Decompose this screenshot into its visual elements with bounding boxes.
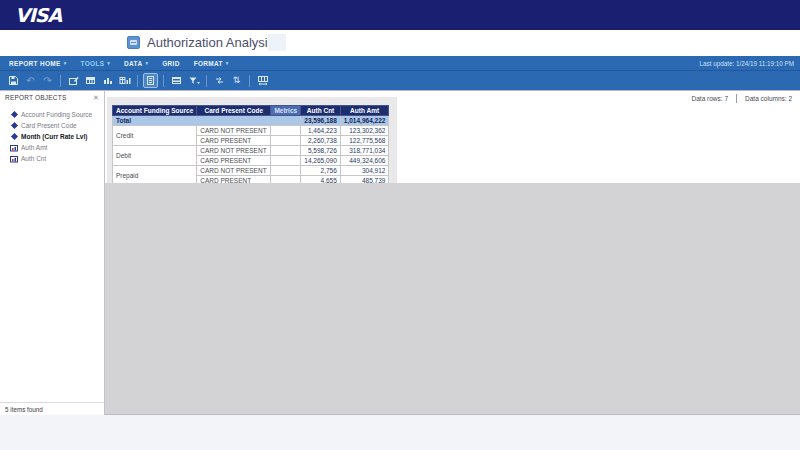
grid-cell: 304,912 [340,166,389,176]
canvas-background [105,183,800,415]
metric-icon [10,144,18,152]
report-objects-list: Account Funding SourceCard Present CodeM… [0,104,104,164]
menu-item-grid[interactable]: GRID [162,60,179,67]
attribute-icon [10,111,18,119]
metric-icon [10,155,18,163]
grid-cell [271,166,301,176]
redo-icon[interactable]: ↷ [40,73,55,88]
menu-item-data[interactable]: DATA▾ [124,60,148,67]
grid-cell: 123,302,362 [340,126,389,136]
grid-cell [271,146,301,156]
data-columns-label: Data columns: 2 [745,95,792,102]
column-header-auth-amt[interactable]: Auth Amt [340,106,389,116]
sidebar-item-label: Auth Cnt [21,155,46,162]
chevron-down-icon: ▾ [145,60,148,66]
grid-cell: 5,598,726 [301,146,341,156]
grid-cell: 1,014,964,222 [340,116,389,126]
grid-panel: Account Funding SourceCard Present CodeM… [107,97,397,189]
column-header-card-present-code[interactable]: Card Present Code [197,106,271,116]
grid-cell: 318,771,034 [340,146,389,156]
undo-icon[interactable]: ↶ [23,73,38,88]
grid-view-icon[interactable] [83,73,98,88]
grid-cell: 14,265,090 [301,156,341,166]
save-icon[interactable] [6,73,21,88]
sort-icon[interactable]: ⇅ [229,73,244,88]
view-filter-icon[interactable] [186,73,201,88]
report-grid-icon [127,36,140,49]
resize-columns-icon[interactable] [255,73,270,88]
table-row: PrepaidCARD NOT PRESENT2,756304,912 [113,166,389,176]
sidebar-item-label: Month (Curr Rate Lvl) [21,133,87,140]
toolbar: ↶↷⇅ [0,70,800,90]
sidebar-item-label: Account Funding Source [21,111,92,118]
table-row: CreditCARD NOT PRESENT1,464,223123,302,3… [113,126,389,136]
column-header-metrics[interactable]: Metrics [271,106,301,116]
grid-body: Total23,596,1881,014,964,222CreditCARD N… [113,116,389,186]
sidebar-item-label: Card Present Code [21,122,77,129]
last-update-label: Last update: 1/24/19 11:19:10 PM [700,56,794,70]
report-objects-panel: REPORT OBJECTS ✕ Account Funding SourceC… [0,90,105,415]
grid-cell: CARD NOT PRESENT [197,146,271,156]
title-hover-target[interactable] [268,34,286,51]
sidebar-item-month-curr-rate-lvl[interactable]: Month (Curr Rate Lvl) [0,131,104,142]
toolbar-separator [163,75,164,87]
chevron-down-icon: ▾ [226,60,229,66]
menu-bar-items: REPORT HOME▾TOOLS▾DATA▾GRIDFORMAT▾ [9,60,243,67]
pivot-icon[interactable] [212,73,227,88]
sidebar-item-auth-cnt[interactable]: Auth Cnt [0,153,104,164]
brand-bar: VISA [0,0,800,30]
app-window: VISA Authorization Analysis REPORT HOME▾… [0,0,800,450]
grid-cell: 122,775,568 [340,136,389,146]
grid-cell [271,126,301,136]
grid-cell: 1,464,223 [301,126,341,136]
grid-cell: Debit [113,146,197,166]
design-mode-icon[interactable] [66,73,81,88]
report-canvas: Data rows: 7 Data columns: 2 Account Fun… [105,90,800,183]
toolbar-separator [137,75,138,87]
graph-view-icon[interactable] [100,73,115,88]
edit-mode-icon[interactable] [143,73,158,88]
grid-cell: 449,324,606 [340,156,389,166]
menu-bar: REPORT HOME▾TOOLS▾DATA▾GRIDFORMAT▾ Last … [0,56,800,70]
column-header-funding-source[interactable]: Account Funding Source [113,106,197,116]
menu-item-report-home[interactable]: REPORT HOME▾ [9,60,67,67]
menu-item-tools[interactable]: TOOLS▾ [81,60,111,67]
grid-cell: Total [113,116,301,126]
page-title: Authorization Analysis [147,35,274,50]
close-icon[interactable]: ✕ [93,94,99,102]
toggle-banding-icon[interactable] [169,73,184,88]
sidebar-item-card-present-code[interactable]: Card Present Code [0,120,104,131]
table-row-total: Total23,596,1881,014,964,222 [113,116,389,126]
grid-cell: Credit [113,126,197,146]
sidebar-item-label: Auth Amt [21,144,47,151]
status-divider [736,94,737,103]
table-row: DebitCARD NOT PRESENT5,598,726318,771,03… [113,146,389,156]
toolbar-separator [249,75,250,87]
grid-cell: 2,756 [301,166,341,176]
attribute-icon [10,133,18,141]
report-grid-table: Account Funding SourceCard Present CodeM… [112,105,389,186]
menu-item-format[interactable]: FORMAT▾ [194,60,229,67]
attribute-icon [10,122,18,130]
items-found-label: 5 items found [0,402,104,415]
grid-status-bar: Data rows: 7 Data columns: 2 [692,94,792,103]
grid-cell: CARD PRESENT [197,156,271,166]
chevron-down-icon: ▾ [107,60,110,66]
grid-cell [271,156,301,166]
data-rows-label: Data rows: 7 [692,95,729,102]
toolbar-separator [60,75,61,87]
grid-header: Account Funding SourceCard Present CodeM… [113,106,389,116]
grid-graph-view-icon[interactable] [117,73,132,88]
grid-cell: CARD NOT PRESENT [197,126,271,136]
report-objects-title: REPORT OBJECTS [5,94,66,101]
toolbar-separator [206,75,207,87]
sidebar-item-auth-amt[interactable]: Auth Amt [0,142,104,153]
sidebar-item-account-funding-source[interactable]: Account Funding Source [0,109,104,120]
title-band: Authorization Analysis [0,30,800,56]
visa-logo: VISA [15,4,61,26]
grid-cell: 23,596,188 [301,116,341,126]
chevron-down-icon: ▾ [64,60,67,66]
grid-cell: CARD NOT PRESENT [197,166,271,176]
column-header-auth-cnt[interactable]: Auth Cnt [301,106,341,116]
grid-cell: CARD PRESENT [197,136,271,146]
